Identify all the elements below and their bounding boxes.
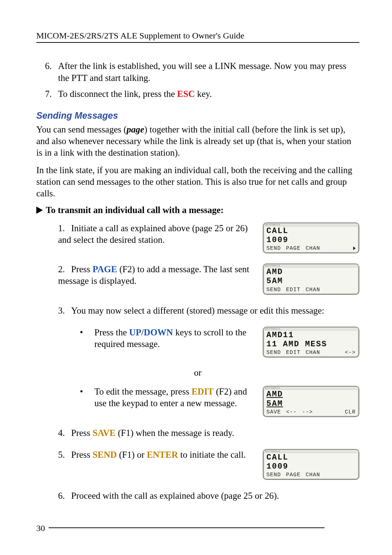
lcd2-soft-send: SEND: [266, 287, 281, 293]
lcd4-soft-right: -->: [302, 409, 313, 415]
intro-p1-a: You can send messages (: [36, 125, 127, 134]
bullet-1-text: Press the UP/DOWN keys to scroll to the …: [94, 327, 256, 350]
page-number-block: 30: [36, 523, 324, 533]
lcd-brand: MOTOROLA: [264, 450, 359, 453]
lcd-screen-3: MOTOROLA AMD11 11 AMD MESS SEND EDIT CHA…: [263, 327, 359, 358]
page-key-label: PAGE: [93, 264, 117, 274]
intro-paragraph-2: In the link state, if you are making an …: [36, 164, 359, 199]
lcd3-soft-edit: EDIT: [286, 350, 301, 356]
lcd3-line2: 11 AMD MESS: [264, 340, 359, 349]
lcd4-softkeys: SAVE <-- --> CLR: [264, 408, 359, 416]
step-4-number: 4.: [58, 427, 71, 439]
bullet-1-row: • Press the UP/DOWN keys to scroll to th…: [36, 327, 359, 358]
lcd2-soft-chan: CHAN: [306, 287, 320, 293]
lcd-screen-5: MOTOROLA CALL 1009 SEND PAGE CHAN: [263, 449, 359, 480]
lcd1-soft-chan: CHAN: [306, 245, 320, 252]
lcd5-line2: 1009: [264, 462, 359, 471]
step-2-a: Press: [71, 264, 93, 274]
step-7: 7. To disconnect the link, press the ESC…: [58, 88, 359, 100]
s5-b: to initiate the call.: [178, 450, 246, 460]
lcd4-soft-clr: CLR: [345, 409, 356, 415]
step-3-body: You may now select a different (stored) …: [71, 306, 324, 315]
lcd5-soft-page: PAGE: [286, 472, 301, 478]
lcd3-soft-chan: CHAN: [306, 350, 320, 356]
page-number: 30: [36, 523, 45, 533]
bullet-2-wrap: • To edit the message, press EDIT (F2) a…: [58, 386, 263, 416]
bullet-icon: •: [80, 327, 94, 350]
lcd4-soft-left: <--: [286, 409, 297, 415]
lcd4-line2-text: 5AM: [266, 399, 283, 408]
lcd2-line2: 5AM: [264, 277, 359, 286]
step-4-row: 4.Press SAVE (F1) when the message is re…: [36, 427, 359, 439]
lcd-brand: MOTOROLA: [264, 387, 359, 390]
s4-b: (F1) when the message is ready.: [116, 428, 234, 438]
step-1-text: 1.Initiate a call as explained above (pa…: [58, 223, 263, 246]
lcd2-softkeys: SEND EDIT CHAN: [264, 286, 359, 294]
step-6b-number: 6.: [58, 490, 71, 502]
lcd1-more-icon: [353, 245, 356, 252]
lcd1-soft-page: PAGE: [286, 245, 301, 252]
procedure-title-text: To transmit an individual call with a me…: [46, 205, 224, 215]
step-6b-body: Proceed with the call as explained above…: [71, 491, 279, 501]
edit-key-label: EDIT: [192, 387, 214, 396]
step-6: 6. After the link is established, you wi…: [58, 60, 359, 84]
lcd4-line2: 5AM: [264, 399, 359, 408]
bullet-1-wrap: • Press the UP/DOWN keys to scroll to th…: [58, 327, 263, 356]
step-3-number: 3.: [58, 305, 71, 317]
lcd5-soft-chan: CHAN: [306, 472, 320, 478]
up-key-label: UP: [129, 327, 141, 337]
step-2-number: 2.: [58, 264, 71, 275]
lcd1-soft-send: SEND: [266, 245, 281, 252]
step-1-body: Initiate a call as explained above (page…: [58, 223, 248, 245]
page-number-rule: [49, 527, 324, 528]
step-2-row: 2.Press PAGE (F2) to add a message. The …: [36, 264, 359, 295]
page-header: MICOM-2ES/2RS/2TS ALE Supplement to Owne…: [36, 31, 359, 43]
s5-mid: (F1) or: [117, 450, 147, 460]
b1-a: Press the: [94, 327, 129, 337]
step-6-row: 6.Proceed with the call as explained abo…: [36, 490, 359, 502]
enter-key-label: ENTER: [147, 450, 178, 460]
lcd1-line1: CALL: [264, 227, 359, 236]
page-term: page: [127, 125, 144, 134]
step-3-block: 3.You may now select a different (stored…: [36, 305, 359, 317]
step-7-text-post: key.: [195, 89, 212, 99]
lcd1-softkeys: SEND PAGE CHAN: [264, 245, 359, 253]
s4-a: Press: [71, 428, 93, 438]
continued-steps: 6. After the link is established, you wi…: [36, 60, 359, 100]
b2-a: To edit the message, press: [94, 387, 192, 396]
bullet-2-row: • To edit the message, press EDIT (F2) a…: [36, 386, 359, 417]
lcd5-line1: CALL: [264, 453, 359, 462]
lcd4-line1: AMD: [264, 390, 359, 399]
step-6-number: 6.: [45, 60, 52, 72]
lcd-screen-4: MOTOROLA AMD 5AM SAVE <-- --> CLR: [263, 386, 359, 417]
step-2-text: 2.Press PAGE (F2) to add a message. The …: [58, 264, 263, 287]
intro-paragraph-1: You can send messages (page) together wi…: [36, 124, 359, 159]
step-3-text: 3.You may now select a different (stored…: [58, 305, 359, 317]
lcd3-line1: AMD11: [264, 331, 359, 340]
lcd-brand: MOTOROLA: [264, 223, 359, 227]
bullet-icon: •: [80, 386, 94, 409]
procedure-title: To transmit an individual call with a me…: [36, 205, 359, 215]
step-5-text: 5.Press SEND (F1) or ENTER to initiate t…: [58, 449, 263, 461]
lcd3-softkeys: SEND EDIT CHAN <->: [264, 349, 359, 357]
step-7-number: 7.: [45, 88, 52, 100]
lcd-brand: MOTOROLA: [264, 264, 359, 268]
send-key-label: SEND: [93, 450, 117, 460]
lcd-brand: MOTOROLA: [264, 327, 359, 331]
step-5-number: 5.: [58, 449, 71, 461]
step-1-number: 1.: [58, 223, 71, 234]
down-key-label: DOWN: [144, 327, 173, 337]
step-6b-text: 6.Proceed with the call as explained abo…: [58, 490, 359, 502]
lcd1-line2: 1009: [264, 236, 359, 245]
lcd-screen-2: MOTOROLA AMD 5AM SEND EDIT CHAN: [263, 264, 359, 295]
arrow-icon: [36, 207, 43, 214]
lcd3-soft-send: SEND: [266, 350, 281, 356]
s5-a: Press: [71, 450, 93, 460]
step-1-row: 1.Initiate a call as explained above (pa…: [36, 223, 359, 254]
lcd4-soft-save: SAVE: [266, 409, 281, 415]
lcd4-line1-text: AMD: [266, 390, 283, 399]
lcd-screen-1: MOTOROLA CALL 1009 SEND PAGE CHAN: [263, 223, 359, 254]
step-7-text-pre: To disconnect the link, press the: [58, 89, 177, 99]
step-6-text: After the link is established, you will …: [58, 61, 346, 83]
lcd2-line1: AMD: [264, 268, 359, 277]
